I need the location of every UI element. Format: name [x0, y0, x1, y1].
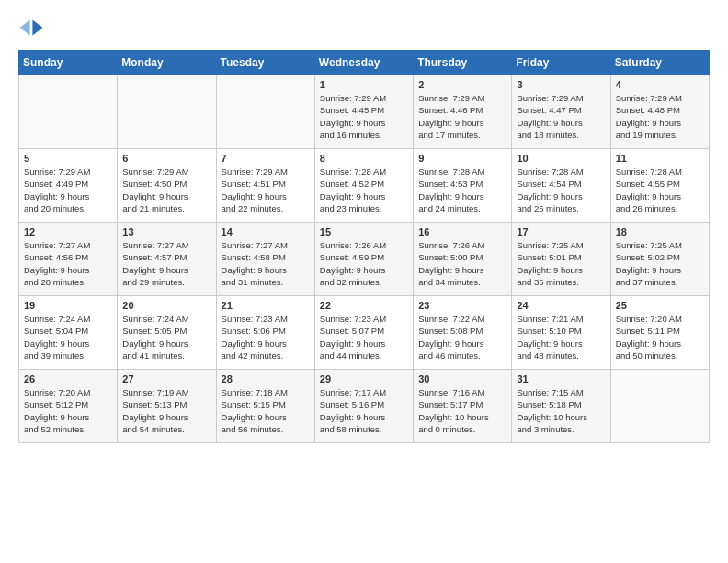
day-info: Sunrise: 7:27 AM Sunset: 4:56 PM Dayligh… — [24, 239, 112, 288]
week-row-1: 1Sunrise: 7:29 AM Sunset: 4:45 PM Daylig… — [19, 75, 710, 149]
logo-icon — [18, 15, 44, 40]
day-info: Sunrise: 7:29 AM Sunset: 4:50 PM Dayligh… — [122, 166, 210, 214]
day-number: 22 — [320, 300, 408, 311]
day-info: Sunrise: 7:28 AM Sunset: 4:52 PM Dayligh… — [320, 166, 408, 214]
calendar-cell: 23Sunrise: 7:22 AM Sunset: 5:08 PM Dayli… — [414, 296, 512, 370]
header — [18, 15, 710, 40]
calendar-cell: 11Sunrise: 7:28 AM Sunset: 4:55 PM Dayli… — [610, 149, 709, 223]
calendar-cell: 31Sunrise: 7:15 AM Sunset: 5:18 PM Dayli… — [512, 370, 610, 443]
day-info: Sunrise: 7:24 AM Sunset: 5:04 PM Dayligh… — [24, 313, 112, 362]
calendar-cell: 30Sunrise: 7:16 AM Sunset: 5:17 PM Dayli… — [414, 370, 512, 443]
calendar-cell: 3Sunrise: 7:29 AM Sunset: 4:47 PM Daylig… — [512, 75, 610, 149]
day-info: Sunrise: 7:26 AM Sunset: 4:59 PM Dayligh… — [320, 239, 408, 288]
calendar-cell: 5Sunrise: 7:29 AM Sunset: 4:49 PM Daylig… — [19, 149, 118, 223]
day-info: Sunrise: 7:28 AM Sunset: 4:55 PM Dayligh… — [616, 166, 704, 214]
calendar-cell: 7Sunrise: 7:29 AM Sunset: 4:51 PM Daylig… — [216, 149, 314, 223]
calendar-cell: 9Sunrise: 7:28 AM Sunset: 4:53 PM Daylig… — [414, 149, 512, 223]
calendar-cell — [610, 370, 709, 443]
day-number: 10 — [517, 153, 605, 164]
day-info: Sunrise: 7:29 AM Sunset: 4:45 PM Dayligh… — [320, 92, 408, 141]
day-number: 27 — [122, 373, 210, 385]
calendar-cell: 27Sunrise: 7:19 AM Sunset: 5:13 PM Dayli… — [118, 370, 216, 443]
day-info: Sunrise: 7:29 AM Sunset: 4:48 PM Dayligh… — [616, 92, 704, 141]
weekday-header-monday: Monday — [118, 51, 216, 75]
day-number: 7 — [222, 153, 310, 164]
week-row-2: 5Sunrise: 7:29 AM Sunset: 4:49 PM Daylig… — [19, 149, 710, 223]
weekday-header-friday: Friday — [512, 51, 610, 75]
day-info: Sunrise: 7:26 AM Sunset: 5:00 PM Dayligh… — [418, 239, 506, 288]
day-info: Sunrise: 7:16 AM Sunset: 5:17 PM Dayligh… — [418, 386, 506, 435]
day-info: Sunrise: 7:23 AM Sunset: 5:07 PM Dayligh… — [320, 313, 408, 362]
day-number: 4 — [616, 79, 704, 90]
day-number: 11 — [616, 153, 704, 164]
day-number: 12 — [24, 226, 112, 237]
day-number: 19 — [24, 300, 112, 311]
calendar-cell: 10Sunrise: 7:28 AM Sunset: 4:54 PM Dayli… — [512, 149, 610, 223]
day-number: 16 — [418, 226, 506, 237]
calendar-cell — [19, 75, 118, 149]
day-number: 3 — [517, 79, 605, 90]
calendar-cell — [216, 75, 314, 149]
day-number: 20 — [122, 300, 210, 311]
calendar-cell — [118, 75, 216, 149]
week-row-5: 26Sunrise: 7:20 AM Sunset: 5:12 PM Dayli… — [19, 370, 710, 443]
day-info: Sunrise: 7:29 AM Sunset: 4:51 PM Dayligh… — [222, 166, 310, 214]
day-info: Sunrise: 7:29 AM Sunset: 4:46 PM Dayligh… — [418, 92, 506, 141]
day-number: 14 — [222, 226, 310, 237]
day-number: 25 — [616, 300, 704, 311]
calendar-cell: 18Sunrise: 7:25 AM Sunset: 5:02 PM Dayli… — [610, 223, 709, 296]
calendar-cell: 22Sunrise: 7:23 AM Sunset: 5:07 PM Dayli… — [314, 296, 413, 370]
svg-marker-0 — [32, 20, 42, 36]
calendar-cell: 2Sunrise: 7:29 AM Sunset: 4:46 PM Daylig… — [414, 75, 512, 149]
day-info: Sunrise: 7:19 AM Sunset: 5:13 PM Dayligh… — [122, 386, 210, 435]
calendar-cell: 13Sunrise: 7:27 AM Sunset: 4:57 PM Dayli… — [118, 223, 216, 296]
day-number: 5 — [24, 153, 112, 164]
day-number: 30 — [418, 373, 506, 385]
calendar-cell: 14Sunrise: 7:27 AM Sunset: 4:58 PM Dayli… — [216, 223, 314, 296]
day-info: Sunrise: 7:27 AM Sunset: 4:58 PM Dayligh… — [222, 239, 310, 288]
day-number: 23 — [418, 300, 506, 311]
calendar-cell: 28Sunrise: 7:18 AM Sunset: 5:15 PM Dayli… — [216, 370, 314, 443]
day-number: 13 — [122, 226, 210, 237]
week-row-3: 12Sunrise: 7:27 AM Sunset: 4:56 PM Dayli… — [19, 223, 710, 296]
day-number: 18 — [616, 226, 704, 237]
day-info: Sunrise: 7:29 AM Sunset: 4:49 PM Dayligh… — [24, 166, 112, 214]
calendar-cell: 19Sunrise: 7:24 AM Sunset: 5:04 PM Dayli… — [19, 296, 118, 370]
day-info: Sunrise: 7:25 AM Sunset: 5:02 PM Dayligh… — [616, 239, 704, 288]
day-number: 9 — [418, 153, 506, 164]
day-info: Sunrise: 7:21 AM Sunset: 5:10 PM Dayligh… — [517, 313, 605, 362]
calendar-cell: 15Sunrise: 7:26 AM Sunset: 4:59 PM Dayli… — [314, 223, 413, 296]
day-info: Sunrise: 7:24 AM Sunset: 5:05 PM Dayligh… — [122, 313, 210, 362]
day-number: 17 — [517, 226, 605, 237]
calendar-cell: 29Sunrise: 7:17 AM Sunset: 5:16 PM Dayli… — [314, 370, 413, 443]
svg-marker-1 — [19, 20, 29, 36]
day-number: 21 — [222, 300, 310, 311]
day-info: Sunrise: 7:25 AM Sunset: 5:01 PM Dayligh… — [517, 239, 605, 288]
day-info: Sunrise: 7:20 AM Sunset: 5:11 PM Dayligh… — [616, 313, 704, 362]
calendar-table: SundayMondayTuesdayWednesdayThursdayFrid… — [18, 50, 710, 443]
day-info: Sunrise: 7:28 AM Sunset: 4:54 PM Dayligh… — [517, 166, 605, 214]
weekday-header-wednesday: Wednesday — [314, 51, 413, 75]
day-info: Sunrise: 7:22 AM Sunset: 5:08 PM Dayligh… — [418, 313, 506, 362]
calendar-cell: 24Sunrise: 7:21 AM Sunset: 5:10 PM Dayli… — [512, 296, 610, 370]
day-info: Sunrise: 7:29 AM Sunset: 4:47 PM Dayligh… — [517, 92, 605, 141]
calendar-cell: 20Sunrise: 7:24 AM Sunset: 5:05 PM Dayli… — [118, 296, 216, 370]
weekday-header-saturday: Saturday — [610, 51, 709, 75]
day-info: Sunrise: 7:15 AM Sunset: 5:18 PM Dayligh… — [517, 386, 605, 435]
day-number: 26 — [24, 373, 112, 385]
day-number: 29 — [320, 373, 408, 385]
week-row-4: 19Sunrise: 7:24 AM Sunset: 5:04 PM Dayli… — [19, 296, 710, 370]
day-info: Sunrise: 7:27 AM Sunset: 4:57 PM Dayligh… — [122, 239, 210, 288]
day-number: 31 — [517, 373, 605, 385]
calendar-cell: 17Sunrise: 7:25 AM Sunset: 5:01 PM Dayli… — [512, 223, 610, 296]
day-info: Sunrise: 7:18 AM Sunset: 5:15 PM Dayligh… — [222, 386, 310, 435]
day-info: Sunrise: 7:23 AM Sunset: 5:06 PM Dayligh… — [222, 313, 310, 362]
day-info: Sunrise: 7:17 AM Sunset: 5:16 PM Dayligh… — [320, 386, 408, 435]
calendar-cell: 16Sunrise: 7:26 AM Sunset: 5:00 PM Dayli… — [414, 223, 512, 296]
day-number: 6 — [122, 153, 210, 164]
weekday-header-tuesday: Tuesday — [216, 51, 314, 75]
weekday-header-thursday: Thursday — [414, 51, 512, 75]
day-number: 24 — [517, 300, 605, 311]
day-number: 28 — [222, 373, 310, 385]
day-number: 2 — [418, 79, 506, 90]
